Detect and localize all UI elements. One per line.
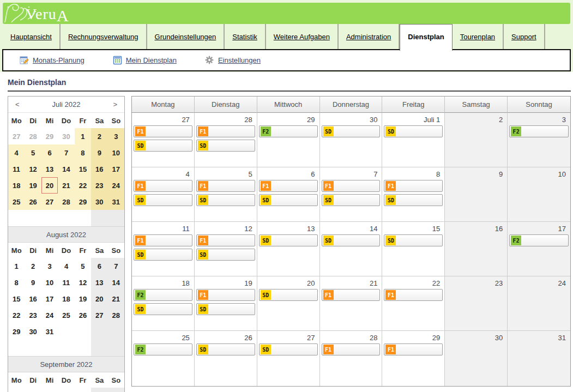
mini-day-cell[interactable]: 5 [25, 144, 41, 161]
mini-day-cell[interactable]: 10 [108, 144, 124, 161]
shift-entry-f1[interactable]: F1 [384, 289, 443, 301]
mini-day-cell[interactable]: 1 [75, 128, 91, 144]
shift-entry-sd[interactable]: SD [196, 303, 255, 315]
toolbar-item-einstellungen[interactable]: Einstellungen [205, 56, 261, 65]
mini-day-cell[interactable]: 21 [58, 177, 74, 194]
mini-day-cell[interactable]: 28 [25, 128, 41, 144]
mini-day-cell[interactable]: 30 [91, 194, 107, 210]
tab-rechnungsverwaltung[interactable]: Rechnungsverwaltung [61, 24, 147, 49]
mini-day-cell[interactable]: 29 [75, 194, 91, 210]
mini-day-cell[interactable]: 6 [41, 144, 58, 161]
mini-day-cell[interactable]: 31 [41, 323, 58, 340]
mini-day-cell[interactable]: 3 [108, 128, 124, 144]
mini-day-cell[interactable]: 1 [58, 388, 74, 392]
mini-day-cell[interactable]: 21 [108, 291, 124, 307]
mini-day-cell[interactable]: 29 [41, 128, 58, 144]
tab-dienstplan[interactable]: Dienstplan [400, 24, 452, 51]
shift-entry-sd[interactable]: SD [384, 194, 443, 206]
shift-entry-sd[interactable]: SD [134, 140, 192, 152]
mini-day-cell[interactable]: 1 [8, 258, 25, 274]
mini-day-cell[interactable]: 12 [75, 274, 91, 291]
shift-entry-sd[interactable]: SD [259, 289, 318, 301]
mini-day-cell[interactable]: 7 [58, 144, 74, 161]
shift-entry-f2[interactable]: F2 [509, 125, 569, 137]
mini-day-cell[interactable]: 27 [91, 307, 107, 323]
mini-day-cell[interactable]: 12 [25, 161, 41, 177]
mini-day-cell[interactable]: 16 [25, 291, 41, 307]
mini-day-cell[interactable]: 14 [108, 274, 124, 291]
mini-day-cell[interactable]: 2 [25, 258, 41, 274]
shift-entry-f1[interactable]: F1 [134, 234, 192, 246]
shift-entry-sd[interactable]: SD [196, 194, 255, 206]
toolbar-link[interactable]: Einstellungen [218, 56, 261, 64]
mini-day-cell[interactable]: 23 [91, 177, 107, 194]
mini-day-cell[interactable]: 28 [108, 307, 124, 323]
shift-entry-sd[interactable]: SD [322, 194, 381, 206]
mini-day-cell[interactable]: 20 [91, 291, 107, 307]
mini-day-cell[interactable]: 26 [25, 194, 41, 210]
mini-day-cell[interactable]: 13 [41, 161, 58, 177]
shift-entry-sd[interactable]: SD [196, 343, 255, 355]
shift-entry-f1[interactable]: F1 [384, 343, 443, 355]
shift-entry-sd[interactable]: SD [134, 303, 192, 315]
toolbar-item-mein-dienstplan[interactable]: Mein Dienstplan [113, 56, 177, 65]
shift-entry-sd[interactable]: SD [384, 125, 443, 137]
shift-entry-sd[interactable]: SD [259, 343, 318, 355]
next-month-arrow[interactable]: > [111, 100, 119, 108]
shift-entry-f1[interactable]: F1 [322, 343, 381, 355]
mini-day-cell[interactable]: 27 [8, 128, 25, 144]
shift-entry-sd[interactable]: SD [322, 125, 381, 137]
shift-entry-f1[interactable]: F1 [259, 180, 318, 192]
shift-entry-f1[interactable]: F1 [322, 180, 381, 192]
mini-day-cell[interactable]: 29 [8, 323, 25, 340]
shift-entry-sd[interactable]: SD [196, 140, 255, 152]
mini-day-cell[interactable]: 13 [91, 274, 107, 291]
mini-day-cell[interactable]: 9 [25, 274, 41, 291]
mini-day-cell[interactable]: 27 [41, 194, 58, 210]
mini-day-cell[interactable]: 31 [108, 194, 124, 210]
mini-day-cell[interactable]: 4 [58, 258, 74, 274]
mini-day-cell[interactable]: 8 [75, 144, 91, 161]
tab-administration[interactable]: Administration [339, 24, 400, 49]
shift-entry-f1[interactable]: F1 [384, 180, 443, 192]
shift-entry-sd[interactable]: SD [196, 249, 255, 261]
toolbar-link[interactable]: Mein Dienstplan [126, 56, 177, 64]
mini-day-cell[interactable]: 4 [108, 388, 124, 392]
shift-entry-sd[interactable]: SD [134, 194, 192, 206]
mini-day-cell[interactable]: 14 [58, 161, 74, 177]
tab-tourenplan[interactable]: Tourenplan [453, 24, 504, 49]
shift-entry-sd[interactable]: SD [322, 234, 381, 246]
toolbar-item-monats-planung[interactable]: Monats-Planung [20, 56, 85, 65]
shift-entry-sd[interactable]: SD [259, 194, 318, 206]
mini-day-cell[interactable]: 24 [108, 177, 124, 194]
shift-entry-f2[interactable]: F2 [134, 343, 192, 355]
mini-day-cell[interactable]: 2 [75, 388, 91, 392]
tab-support[interactable]: Support [504, 24, 545, 49]
mini-day-cell[interactable]: 18 [58, 291, 74, 307]
mini-day-cell[interactable]: 18 [8, 177, 25, 194]
mini-day-cell[interactable]: 17 [108, 161, 124, 177]
shift-entry-sd[interactable]: SD [134, 249, 192, 261]
mini-day-cell[interactable]: 24 [41, 307, 58, 323]
mini-day-cell[interactable]: 19 [25, 177, 41, 194]
mini-day-cell[interactable]: 9 [91, 144, 107, 161]
mini-day-cell[interactable]: 26 [75, 307, 91, 323]
mini-day-cell[interactable]: 15 [8, 291, 25, 307]
mini-day-cell[interactable]: 28 [58, 194, 74, 210]
shift-entry-f1[interactable]: F1 [196, 234, 255, 246]
mini-day-cell[interactable]: 23 [25, 307, 41, 323]
shift-entry-f1[interactable]: F1 [322, 289, 381, 301]
mini-day-cell[interactable]: 30 [25, 323, 41, 340]
tab-weitere-aufgaben[interactable]: Weitere Aufgaben [266, 24, 339, 49]
mini-day-cell[interactable]: 22 [8, 307, 25, 323]
shift-entry-sd[interactable]: SD [259, 234, 318, 246]
mini-day-cell[interactable]: 16 [91, 161, 107, 177]
mini-day-cell[interactable]: 22 [75, 177, 91, 194]
mini-day-cell[interactable]: 19 [75, 291, 91, 307]
mini-day-cell[interactable]: 11 [58, 274, 74, 291]
shift-entry-f2[interactable]: F2 [259, 125, 318, 137]
mini-day-cell[interactable]: 8 [8, 274, 25, 291]
tab-hauptansicht[interactable]: Hauptansicht [3, 24, 61, 49]
mini-day-cell[interactable]: 7 [108, 258, 124, 274]
tab-statistik[interactable]: Statistik [225, 24, 266, 49]
